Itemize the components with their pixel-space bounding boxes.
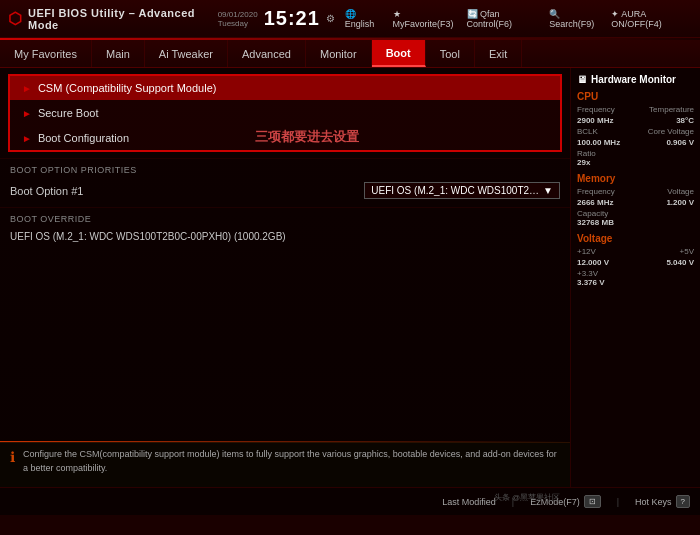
volt-12-val-row: 12.000 V 5.040 V	[577, 258, 694, 267]
language-link[interactable]: 🌐 English	[345, 9, 385, 29]
secure-boot-label: Secure Boot	[38, 107, 99, 119]
boot-option-1-select[interactable]: UEFI OS (M.2_1: WDC WDS100T2… ▼	[364, 182, 560, 199]
volt-12-label: +12V	[577, 247, 596, 256]
tab-my-favorites[interactable]: My Favorites	[0, 40, 92, 67]
time-display: 15:21	[264, 7, 320, 30]
mem-volt-label: Voltage	[667, 187, 694, 196]
tab-main[interactable]: Main	[92, 40, 145, 67]
secure-boot-menu-item[interactable]: ► Secure Boot	[10, 101, 560, 126]
nav-tabs: My Favorites Main Ai Tweaker Advanced Mo…	[0, 40, 700, 68]
hot-keys-item[interactable]: Hot Keys ?	[635, 495, 690, 508]
info-icon: ℹ	[10, 449, 15, 465]
settings-icon[interactable]: ⚙	[326, 13, 335, 24]
volt-5-label: +5V	[680, 247, 694, 256]
bios-title: UEFI BIOS Utility – Advanced Mode	[28, 7, 218, 31]
tab-monitor[interactable]: Monitor	[306, 40, 372, 67]
cpu-freq-label: Frequency	[577, 105, 615, 114]
csm-label: CSM (Compatibility Support Module)	[38, 82, 217, 94]
boot-override-label: Boot Override	[0, 207, 570, 227]
info-text: Configure the CSM(compatibility support …	[23, 448, 560, 475]
volt-5-value: 5.040 V	[666, 258, 694, 267]
hw-monitor-title: 🖥 Hardware Monitor	[577, 74, 694, 85]
cpu-freq-value: 2900 MHz	[577, 116, 613, 125]
dropdown-arrow-icon: ▼	[543, 185, 553, 196]
date-display: 09/01/2020 Tuesday	[218, 10, 258, 28]
tab-boot[interactable]: Boot	[372, 40, 426, 67]
header-right: 09/01/2020 Tuesday 15:21 ⚙ 🌐 English ★ M…	[218, 7, 692, 30]
last-modified-item: Last Modified	[442, 497, 496, 507]
cpu-bclk-row: BCLK Core Voltage	[577, 127, 694, 136]
cpu-freq-val-row: 2900 MHz 38°C	[577, 116, 694, 125]
last-modified-label: Last Modified	[442, 497, 496, 507]
cpu-temp-value: 38°C	[676, 116, 694, 125]
boot-config-arrow-icon: ►	[22, 133, 32, 144]
tab-advanced[interactable]: Advanced	[228, 40, 306, 67]
tab-exit[interactable]: Exit	[475, 40, 522, 67]
cpu-corev-label: Core Voltage	[648, 127, 694, 136]
boot-option-priorities-label: Boot Option Priorities	[0, 158, 570, 178]
csm-menu-item[interactable]: ► CSM (Compatibility Support Module)	[10, 76, 560, 101]
csm-arrow-icon: ►	[22, 83, 32, 94]
cpu-ratio-label: Ratio	[577, 149, 694, 158]
cpu-bclk-val-row: 100.00 MHz 0.906 V	[577, 138, 694, 147]
mem-freq-label: Frequency	[577, 187, 615, 196]
boot-option-1-label: Boot Option #1	[10, 185, 83, 197]
mem-freq-val-row: 2666 MHz 1.200 V	[577, 198, 694, 207]
mem-capacity-label: Capacity	[577, 209, 694, 218]
cpu-bclk-value: 100.00 MHz	[577, 138, 620, 147]
info-section: ℹ Configure the CSM(compatibility suppor…	[0, 441, 570, 487]
watermark: 头条 @黑苹果社区	[494, 492, 560, 503]
volt-12-row: +12V +5V	[577, 247, 694, 256]
rog-icon: ⬡	[8, 9, 22, 28]
chinese-annotation: 三项都要进去设置	[255, 128, 359, 146]
voltage-section-title: Voltage	[577, 233, 694, 244]
right-sidebar: 🖥 Hardware Monitor CPU Frequency Tempera…	[570, 68, 700, 487]
volt-33-label: +3.3V	[577, 269, 694, 278]
logo: ⬡ UEFI BIOS Utility – Advanced Mode	[8, 7, 218, 31]
tab-ai-tweaker[interactable]: Ai Tweaker	[145, 40, 228, 67]
cpu-temp-label: Temperature	[649, 105, 694, 114]
cpu-freq-row: Frequency Temperature	[577, 105, 694, 114]
monitor-icon: 🖥	[577, 74, 587, 85]
main-layout: ► CSM (Compatibility Support Module) ► S…	[0, 68, 700, 487]
hot-keys-icon: ?	[676, 495, 690, 508]
mem-capacity-value: 32768 MB	[577, 218, 694, 227]
volt-33-value: 3.376 V	[577, 278, 694, 287]
qfan-link[interactable]: 🔄 Qfan Control(F6)	[467, 9, 542, 29]
left-content: ► CSM (Compatibility Support Module) ► S…	[0, 68, 570, 487]
cpu-bclk-label: BCLK	[577, 127, 598, 136]
aura-link[interactable]: ✦ AURA ON/OFF(F4)	[611, 9, 692, 29]
memory-section-title: Memory	[577, 173, 694, 184]
mem-freq-value: 2666 MHz	[577, 198, 613, 207]
status-bar: Last Modified | EzMode(F7) ⊡ | Hot Keys …	[0, 487, 700, 515]
hot-keys-label: Hot Keys	[635, 497, 672, 507]
tab-tool[interactable]: Tool	[426, 40, 475, 67]
boot-option-1-value: UEFI OS (M.2_1: WDC WDS100T2…	[371, 185, 539, 196]
mem-volt-value: 1.200 V	[666, 198, 694, 207]
cpu-corev-value: 0.906 V	[666, 138, 694, 147]
cpu-ratio-value: 29x	[577, 158, 694, 167]
divider-2: |	[617, 497, 619, 507]
search-link[interactable]: 🔍 Search(F9)	[549, 9, 603, 29]
info-bar: ℹ Configure the CSM(compatibility suppor…	[0, 442, 570, 487]
header-bar: ⬡ UEFI BIOS Utility – Advanced Mode 09/0…	[0, 0, 700, 38]
time-block: 09/01/2020 Tuesday 15:21 ⚙	[218, 7, 335, 30]
boot-override-value: UEFI OS (M.2_1: WDC WDS100T2B0C-00PXH0) …	[0, 227, 570, 246]
secure-boot-arrow-icon: ►	[22, 108, 32, 119]
volt-12-value: 12.000 V	[577, 258, 609, 267]
mem-freq-row: Frequency Voltage	[577, 187, 694, 196]
boot-config-label: Boot Configuration	[38, 132, 129, 144]
header-links: 🌐 English ★ MyFavorite(F3) 🔄 Qfan Contro…	[345, 9, 692, 29]
ez-mode-key-icon: ⊡	[584, 495, 601, 508]
boot-option-row-1: Boot Option #1 UEFI OS (M.2_1: WDC WDS10…	[0, 178, 570, 203]
cpu-section-title: CPU	[577, 91, 694, 102]
myfavorite-link[interactable]: ★ MyFavorite(F3)	[393, 9, 459, 29]
